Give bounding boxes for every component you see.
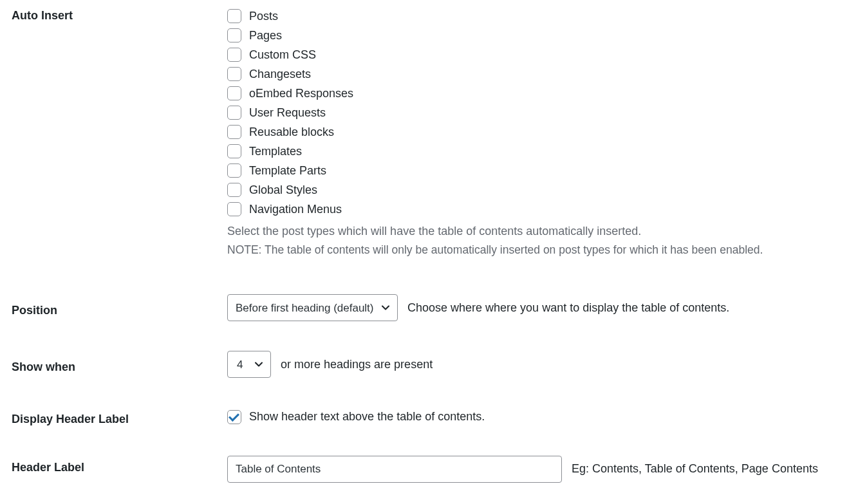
display-header-checkbox[interactable] bbox=[227, 410, 241, 424]
checkbox-row-templates: Templates bbox=[227, 144, 846, 158]
checkbox-row-global-styles: Global Styles bbox=[227, 183, 846, 197]
header-label-row: Header Label Eg: Contents, Table of Cont… bbox=[12, 456, 846, 483]
checkbox-user-requests[interactable] bbox=[227, 106, 241, 120]
display-header-text: Show header text above the table of cont… bbox=[249, 410, 485, 424]
auto-insert-label: Auto Insert bbox=[12, 9, 227, 23]
checkbox-row-pages: Pages bbox=[227, 28, 846, 42]
position-label: Position bbox=[12, 299, 227, 317]
position-help: Choose where where you want to display t… bbox=[407, 301, 729, 314]
checkbox-changesets[interactable] bbox=[227, 67, 241, 81]
position-row: Position Before first heading (default) … bbox=[12, 294, 846, 321]
checkbox-row-navigation-menus: Navigation Menus bbox=[227, 202, 846, 216]
auto-insert-row: Auto Insert Posts Pages Custom CSS Chang… bbox=[12, 9, 846, 258]
show-when-label: Show when bbox=[12, 355, 227, 374]
position-select[interactable]: Before first heading (default) bbox=[227, 294, 398, 321]
checkbox-posts[interactable] bbox=[227, 9, 241, 23]
checkbox-label-templates: Templates bbox=[249, 145, 302, 158]
checkbox-template-parts[interactable] bbox=[227, 163, 241, 178]
checkbox-reusable-blocks[interactable] bbox=[227, 125, 241, 139]
checkbox-row-posts: Posts bbox=[227, 9, 846, 23]
checkbox-label-user-requests: User Requests bbox=[249, 106, 326, 120]
checkbox-label-oembed: oEmbed Responses bbox=[249, 87, 353, 100]
checkbox-label-pages: Pages bbox=[249, 29, 282, 42]
show-when-row: Show when 4 or more headings are present bbox=[12, 351, 846, 378]
show-when-select[interactable]: 4 bbox=[227, 351, 271, 378]
display-header-label: Display Header Label bbox=[12, 407, 227, 426]
checkbox-label-custom-css: Custom CSS bbox=[249, 48, 316, 62]
checkbox-row-changesets: Changesets bbox=[227, 67, 846, 81]
header-label-label: Header Label bbox=[12, 456, 227, 474]
checkbox-label-posts: Posts bbox=[249, 10, 278, 23]
header-label-field: Eg: Contents, Table of Contents, Page Co… bbox=[227, 456, 846, 483]
checkbox-row-custom-css: Custom CSS bbox=[227, 48, 846, 62]
checkbox-row-template-parts: Template Parts bbox=[227, 163, 846, 178]
auto-insert-field: Posts Pages Custom CSS Changesets oEmbed… bbox=[227, 9, 846, 258]
checkbox-row-oembed: oEmbed Responses bbox=[227, 86, 846, 100]
checkbox-label-reusable-blocks: Reusable blocks bbox=[249, 126, 334, 139]
checkbox-label-navigation-menus: Navigation Menus bbox=[249, 203, 342, 216]
checkbox-oembed[interactable] bbox=[227, 86, 241, 100]
auto-insert-description: Select the post types which will have th… bbox=[227, 223, 846, 240]
checkbox-pages[interactable] bbox=[227, 28, 241, 42]
checkbox-label-template-parts: Template Parts bbox=[249, 164, 326, 178]
position-field: Before first heading (default) Choose wh… bbox=[227, 294, 846, 321]
checkbox-templates[interactable] bbox=[227, 144, 241, 158]
checkbox-global-styles[interactable] bbox=[227, 183, 241, 197]
show-when-field: 4 or more headings are present bbox=[227, 351, 846, 378]
checkbox-label-global-styles: Global Styles bbox=[249, 183, 317, 197]
checkbox-label-changesets: Changesets bbox=[249, 68, 311, 81]
checkbox-row-reusable-blocks: Reusable blocks bbox=[227, 125, 846, 139]
checkbox-navigation-menus[interactable] bbox=[227, 202, 241, 216]
header-label-help: Eg: Contents, Table of Contents, Page Co… bbox=[572, 462, 818, 475]
display-header-field: Show header text above the table of cont… bbox=[227, 410, 846, 424]
checkbox-row-user-requests: User Requests bbox=[227, 106, 846, 120]
display-header-row: Display Header Label Show header text ab… bbox=[12, 407, 846, 426]
auto-insert-note: NOTE: The table of contents will only be… bbox=[227, 241, 846, 258]
show-when-suffix: or more headings are present bbox=[281, 358, 433, 371]
checkbox-custom-css[interactable] bbox=[227, 48, 241, 62]
auto-insert-checkbox-list: Posts Pages Custom CSS Changesets oEmbed… bbox=[227, 9, 846, 216]
header-label-input[interactable] bbox=[227, 456, 562, 483]
